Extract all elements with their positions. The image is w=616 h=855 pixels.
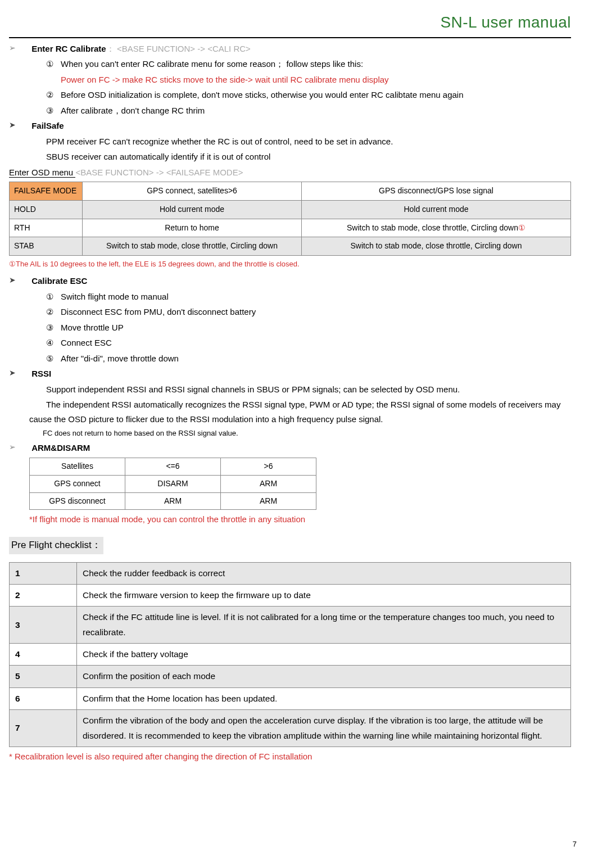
cl-n5: 5 [10, 666, 77, 687]
arm-r1c2: ARM [221, 475, 316, 492]
fs-rth-c2: Switch to stab mode, close throttle, Cir… [302, 219, 571, 237]
rc-step-3: After calibrate，don't change RC thrim [61, 106, 205, 115]
rc-step-1a: When you can't enter RC calibrate menu f… [61, 59, 363, 69]
esc-step-2: Disconnect ESC from PMU, don't disconnec… [61, 307, 256, 316]
fs-col-gps-connect: GPS connect, satellites>6 [83, 182, 302, 201]
fs-mode-header: FAILSAFE MODE [10, 182, 83, 201]
arm-table: Satellites <=6 >6 GPS connect DISARM ARM… [29, 458, 316, 510]
bullet-triangle-icon: ➤ [9, 367, 29, 380]
arm-r2c1: ARM [125, 492, 221, 510]
num-2-icon: ② [46, 88, 61, 102]
esc-step-4: Connect ESC [61, 338, 112, 347]
fs-hold-c2: Hold current mode [302, 200, 571, 219]
failsafe-footnote: ①The AIL is 10 degrees to the left, the … [9, 258, 571, 270]
rc-calibrate-path: ： <BASE FUNCTION> -> <CALI RC> [106, 44, 251, 53]
cl-t3: Check if the FC attitude line is level. … [77, 607, 571, 644]
table-row: 1Check the rudder feedback is correct [10, 562, 571, 584]
arm-r2c2: ARM [221, 492, 316, 510]
esc-list: ①Switch flight mode to manual ②Disconnec… [46, 289, 571, 366]
enter-osd-label: Enter OSD menu [9, 168, 75, 178]
cl-n1: 1 [10, 562, 77, 584]
rc-step-2: Before OSD initialization is complete, d… [61, 90, 464, 99]
failsafe-table: FAILSAFE MODE GPS connect, satellites>6 … [9, 182, 571, 256]
bullet-triangle-icon: ➢ [9, 441, 29, 454]
esc-step-3: Move throttle UP [61, 323, 124, 332]
cl-t2: Check the firmware version to keep the f… [77, 585, 571, 607]
cl-t7: Confirm the vibration of the body and op… [77, 710, 571, 747]
arm-r1c1: DISARM [125, 475, 221, 492]
arm-note: *If flight mode is manual mode, you can … [29, 512, 571, 527]
table-row: RTH Return to home Switch to stab mode, … [10, 219, 571, 237]
rc-calibrate-heading: ➢ Enter RC Calibrate： <BASE FUNCTION> ->… [9, 42, 571, 56]
fs-stab-label: STAB [10, 237, 83, 256]
failsafe-p1: PPM receiver FC can't recognize whether … [46, 134, 571, 149]
cl-n3: 3 [10, 607, 77, 644]
num-3-icon: ③ [46, 103, 61, 118]
num-3-icon: ③ [46, 320, 61, 335]
cl-n7: 7 [10, 710, 77, 747]
arm-r2c0: GPS disconnect [30, 492, 125, 510]
failsafe-enter-osd: Enter OSD menu <BASE FUNCTION> -> <FAILS… [9, 165, 571, 180]
fs-col-gps-disconnect: GPS disconnect/GPS lose signal [302, 182, 571, 201]
cl-t1: Check the rudder feedback is correct [77, 562, 571, 584]
num-1-icon: ① [46, 57, 61, 71]
rc-step-1b: Power on FC -> make RC sticks move to th… [61, 73, 571, 87]
rssi-p2: The independent RSSI automatically recog… [29, 397, 571, 426]
esc-step-5: After "di-di", move throttle down [61, 354, 179, 363]
table-row: GPS disconnect ARM ARM [30, 492, 316, 510]
rc-calibrate-title: Enter RC Calibrate [31, 44, 106, 53]
esc-heading: ➤ Calibrate ESC [9, 274, 571, 288]
fs-hold-label: HOLD [10, 200, 83, 219]
rssi-heading: ➤ RSSI [9, 367, 571, 381]
arm-h0: Satellites [30, 458, 125, 475]
table-row: 4Check if the battery voltage [10, 644, 571, 666]
bullet-triangle-icon: ➤ [9, 274, 29, 287]
bullet-triangle-icon: ➤ [9, 119, 29, 132]
preflight-table: 1Check the rudder feedback is correct 2C… [9, 562, 571, 747]
preflight-heading: Pre Flight checklist： [9, 537, 103, 554]
bullet-triangle-icon: ➢ [9, 42, 29, 55]
arm-h2: >6 [221, 458, 316, 475]
cl-n4: 4 [10, 644, 77, 666]
rssi-title: RSSI [31, 369, 51, 378]
esc-step-1: Switch flight mode to manual [61, 292, 169, 301]
table-row: Satellites <=6 >6 [30, 458, 316, 475]
rc-calibrate-list: ①When you can't enter RC calibrate menu … [46, 57, 571, 117]
failsafe-title: FailSafe [31, 121, 64, 130]
table-row: 2Check the firmware version to keep the … [10, 585, 571, 607]
page-number: 7 [573, 838, 577, 851]
table-row: 7Confirm the vibration of the body and o… [10, 710, 571, 747]
table-row: 5Confirm the position of each mode [10, 666, 571, 687]
num-2-icon: ② [46, 305, 61, 319]
enter-osd-path: <BASE FUNCTION> -> <FAILSAFE MODE> [75, 168, 243, 177]
arm-heading: ➢ ARM&DISARM [9, 441, 571, 455]
num-1-icon: ① [46, 289, 61, 304]
failsafe-p2: SBUS receiver can automatically identify… [46, 150, 571, 164]
failsafe-heading: ➤ FailSafe [9, 119, 571, 133]
fs-rth-label: RTH [10, 219, 83, 237]
table-row: HOLD Hold current mode Hold current mode [10, 200, 571, 219]
table-row: 6Confirm that the Home location has been… [10, 687, 571, 709]
page-header: SN-L user manual [9, 9, 571, 38]
arm-h1: <=6 [125, 458, 221, 475]
cl-n6: 6 [10, 687, 77, 709]
fs-stab-c2: Switch to stab mode, close throttle, Cir… [302, 237, 571, 256]
preflight-footnote: * Recalibration level is also required a… [9, 749, 571, 764]
table-row: 3Check if the FC attitude line is level.… [10, 607, 571, 644]
cl-t4: Check if the battery voltage [77, 644, 571, 666]
cl-t5: Confirm the position of each mode [77, 666, 571, 687]
num-4-icon: ④ [46, 336, 61, 350]
table-row: GPS connect DISARM ARM [30, 475, 316, 492]
fs-rth-c1: Return to home [83, 219, 302, 237]
esc-title: Calibrate ESC [31, 276, 87, 286]
arm-r1c0: GPS connect [30, 475, 125, 492]
rssi-p3: FC does not return to home based on the … [43, 427, 571, 440]
arm-title: ARM&DISARM [31, 443, 90, 453]
cl-n2: 2 [10, 585, 77, 607]
table-row: STAB Switch to stab mode, close throttle… [10, 237, 571, 256]
cl-t6: Confirm that the Home location has been … [77, 687, 571, 709]
table-row: FAILSAFE MODE GPS connect, satellites>6 … [10, 182, 571, 201]
rssi-p1: Support independent RSSI and RSSI signal… [46, 382, 571, 397]
fs-hold-c1: Hold current mode [83, 200, 302, 219]
fs-stab-c1: Switch to stab mode, close throttle, Cir… [83, 237, 302, 256]
